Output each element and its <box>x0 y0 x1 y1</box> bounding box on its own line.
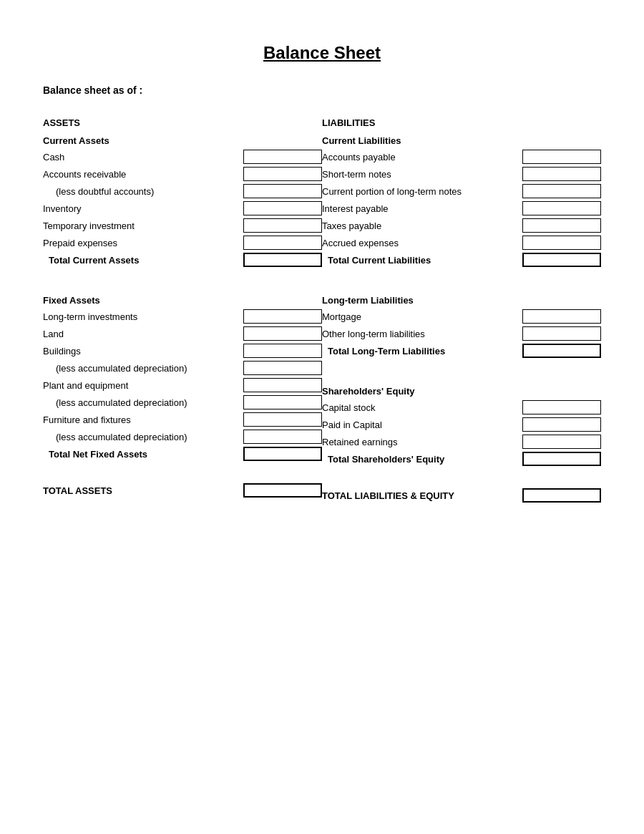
total-current-liabilities-row: Total Current Liabilities <box>322 252 601 268</box>
less-doubtful-input[interactable] <box>243 184 322 198</box>
total-current-liabilities-label: Total Current Liabilities <box>322 255 522 266</box>
list-item: Other long-term liabilities <box>322 326 601 341</box>
total-longterm-liabilities-input[interactable] <box>522 344 601 358</box>
less-accum-dep-plant-label: (less accumulated depreciation) <box>43 397 243 408</box>
list-item: Retained earnings <box>322 434 601 450</box>
list-item: Accounts payable <box>322 149 601 165</box>
list-item: (less accumulated depreciation) <box>43 429 322 445</box>
list-item: Accounts receivable <box>43 166 322 182</box>
list-item: Taxes payable <box>322 218 601 233</box>
less-accum-dep-buildings-label: (less accumulated depreciation) <box>43 363 243 374</box>
other-longterm-liabilities-label: Other long-term liabilities <box>322 329 522 339</box>
list-item: (less doubtful accounts) <box>43 183 322 199</box>
capital-stock-label: Capital stock <box>322 402 522 413</box>
list-item: Land <box>43 326 322 341</box>
short-term-notes-input[interactable] <box>522 167 601 181</box>
longterm-investments-input[interactable] <box>243 309 322 324</box>
list-item: Inventory <box>43 200 322 216</box>
cash-label: Cash <box>43 152 243 163</box>
list-item: Current portion of long-term notes <box>322 183 601 199</box>
furniture-fixtures-label: Furniture and fixtures <box>43 414 243 425</box>
land-input[interactable] <box>243 326 322 341</box>
total-liabilities-equity-input[interactable] <box>522 488 601 503</box>
shareholders-equity-header: Shareholders' Equity <box>322 386 601 397</box>
accounts-payable-label: Accounts payable <box>322 152 522 163</box>
temporary-investment-input[interactable] <box>243 218 322 233</box>
total-assets-section: TOTAL ASSETS <box>43 483 322 498</box>
short-term-notes-label: Short-term notes <box>322 169 522 180</box>
total-liabilities-equity-section: TOTAL LIABILITIES & EQUITY <box>322 488 601 503</box>
list-item: Long-term investments <box>43 309 322 324</box>
current-assets-header: Current Assets <box>43 135 322 146</box>
total-assets-input[interactable] <box>243 483 322 498</box>
list-item: Mortgage <box>322 309 601 324</box>
less-doubtful-label: (less doubtful accounts) <box>43 186 243 197</box>
other-longterm-liabilities-input[interactable] <box>522 326 601 341</box>
less-accum-dep-furniture-label: (less accumulated depreciation) <box>43 432 243 442</box>
taxes-payable-label: Taxes payable <box>322 220 522 231</box>
total-liabilities-equity-left: TOTAL LIABILITIES & EQUITY <box>322 488 601 503</box>
list-item: Paid in Capital <box>322 417 601 432</box>
mortgage-input[interactable] <box>522 309 601 324</box>
fixed-assets-header: Fixed Assets <box>43 295 322 306</box>
temporary-investment-label: Temporary investment <box>43 220 243 231</box>
capital-stock-input[interactable] <box>522 400 601 414</box>
current-liabilities-header: Current Liabilities <box>322 135 601 146</box>
less-accum-dep-furniture-input[interactable] <box>243 430 322 444</box>
list-item: Accrued expenses <box>322 235 601 251</box>
list-item: (less accumulated depreciation) <box>43 394 322 410</box>
accounts-receivable-input[interactable] <box>243 167 322 181</box>
total-current-assets-row: Total Current Assets <box>43 252 322 268</box>
liabilities-header: LIABILITIES <box>322 117 601 128</box>
list-item: Temporary investment <box>43 218 322 233</box>
list-item: Short-term notes <box>322 166 601 182</box>
total-shareholders-equity-row: Total Shareholders' Equity <box>322 451 601 467</box>
less-accum-dep-plant-input[interactable] <box>243 395 322 409</box>
total-current-liabilities-input[interactable] <box>522 253 601 267</box>
accounts-payable-input[interactable] <box>522 150 601 164</box>
inventory-input[interactable] <box>243 201 322 215</box>
total-longterm-liabilities-label: Total Long-Term Liabilities <box>322 346 522 357</box>
mortgage-label: Mortgage <box>322 311 522 322</box>
furniture-fixtures-input[interactable] <box>243 412 322 427</box>
total-shareholders-equity-label: Total Shareholders' Equity <box>322 454 522 465</box>
total-assets-label: TOTAL ASSETS <box>43 485 243 496</box>
less-accum-dep-buildings-input[interactable] <box>243 361 322 375</box>
total-net-fixed-assets-input[interactable] <box>243 447 322 461</box>
accounts-receivable-label: Accounts receivable <box>43 169 243 180</box>
inventory-label: Inventory <box>43 203 243 214</box>
assets-column: ASSETS Current Assets Cash Accounts rece… <box>43 117 322 503</box>
list-item: Interest payable <box>322 200 601 216</box>
list-item: Capital stock <box>322 399 601 415</box>
buildings-label: Buildings <box>43 346 243 357</box>
cash-input[interactable] <box>243 150 322 164</box>
assets-header: ASSETS <box>43 117 322 128</box>
paid-in-capital-label: Paid in Capital <box>322 420 522 430</box>
plant-equipment-label: Plant and equipment <box>43 380 243 391</box>
total-net-fixed-assets-row: Total Net Fixed Assets <box>43 446 322 462</box>
buildings-input[interactable] <box>243 344 322 358</box>
land-label: Land <box>43 329 243 339</box>
list-item: Plant and equipment <box>43 377 322 393</box>
date-line: Balance sheet as of : <box>43 84 601 96</box>
total-current-assets-label: Total Current Assets <box>43 255 243 266</box>
current-portion-longterm-label: Current portion of long-term notes <box>322 186 522 197</box>
accrued-expenses-input[interactable] <box>522 236 601 250</box>
prepaid-expenses-label: Prepaid expenses <box>43 238 243 248</box>
paid-in-capital-input[interactable] <box>522 417 601 432</box>
list-item: Prepaid expenses <box>43 235 322 251</box>
plant-equipment-input[interactable] <box>243 378 322 392</box>
current-portion-longterm-input[interactable] <box>522 184 601 198</box>
total-current-assets-input[interactable] <box>243 253 322 267</box>
prepaid-expenses-input[interactable] <box>243 236 322 250</box>
interest-payable-input[interactable] <box>522 201 601 215</box>
accrued-expenses-label: Accrued expenses <box>322 238 522 248</box>
total-assets-left: TOTAL ASSETS <box>43 483 322 498</box>
list-item: (less accumulated depreciation) <box>43 360 322 376</box>
liabilities-column: LIABILITIES Current Liabilities Accounts… <box>322 117 601 503</box>
taxes-payable-input[interactable] <box>522 218 601 233</box>
retained-earnings-input[interactable] <box>522 435 601 449</box>
total-shareholders-equity-input[interactable] <box>522 452 601 466</box>
longterm-liabilities-header: Long-term Liabilities <box>322 295 601 306</box>
list-item: Cash <box>43 149 322 165</box>
